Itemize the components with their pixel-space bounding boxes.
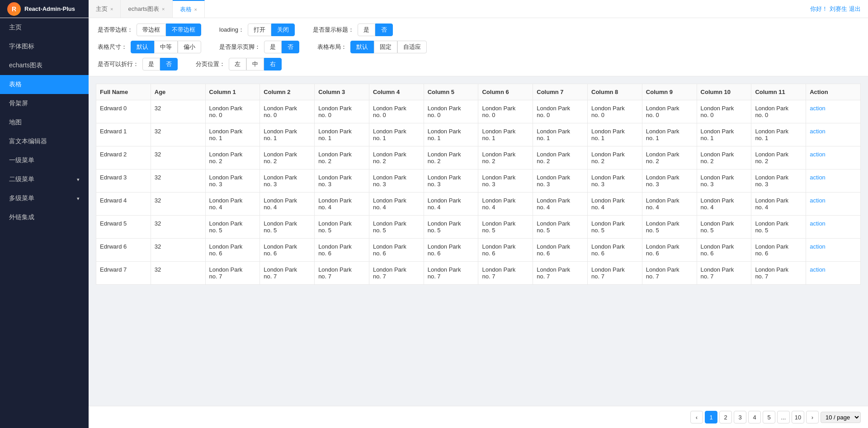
cell-col-4: London Park no. 1 (369, 123, 424, 146)
sidebar-item-二级菜单[interactable]: 二级菜单▾ (0, 170, 89, 189)
foldable-btn-no[interactable]: 否 (160, 58, 178, 71)
table-header-column-5: Column 5 (424, 84, 478, 100)
border-btn-with[interactable]: 带边框 (137, 24, 166, 36)
action-link[interactable]: action (810, 174, 826, 181)
loading-btn-close[interactable]: 关闭 (271, 24, 295, 36)
sidebar-item-地图[interactable]: 地图 (0, 113, 89, 132)
pagination-page-3[interactable]: 3 (734, 411, 746, 423)
pagination-page-4[interactable]: 4 (748, 411, 761, 423)
cell-col-4: London Park no. 3 (369, 169, 424, 193)
logout-link[interactable]: 退出 (849, 5, 861, 13)
show-footer-btn-no[interactable]: 否 (282, 41, 299, 53)
pagination-pos-left[interactable]: 左 (229, 58, 246, 71)
layout-label: 表格布局： (317, 43, 347, 51)
tab-label: 主页 (96, 5, 108, 13)
table-header-age: Age (151, 84, 205, 100)
tab-close-icon[interactable]: × (110, 6, 113, 12)
sidebar-item-一级菜单[interactable]: 一级菜单 (0, 151, 89, 170)
show-title-btn-group: 是 否 (358, 24, 393, 36)
table-row: Edrward 632London Park no. 6London Park … (96, 239, 861, 262)
loading-control: loading： 打开 关闭 (219, 24, 295, 36)
sidebar-item-主页[interactable]: 主页 (0, 18, 89, 37)
cell-age: 32 (151, 100, 205, 123)
cell-col-11: London Park no. 4 (751, 193, 806, 216)
sidebar-item-表格[interactable]: 表格 (0, 75, 89, 94)
page-size-select[interactable]: 10 / page (821, 412, 861, 423)
pagination-next[interactable]: › (806, 411, 819, 423)
pagination-page-...[interactable]: ... (777, 411, 790, 423)
pagination-pos-btn-group: 左 中 右 (229, 58, 282, 71)
pagination-page-5[interactable]: 5 (763, 411, 775, 423)
cell-col-8: London Park no. 1 (588, 123, 642, 146)
sidebar-item-label: echarts图表 (9, 61, 42, 70)
cell-col-4: London Park no. 7 (369, 262, 424, 285)
loading-btn-open[interactable]: 打开 (248, 24, 271, 36)
cell-col-10: London Park no. 6 (697, 239, 751, 262)
pagination-page-10[interactable]: 10 (792, 411, 804, 423)
pagination-prev[interactable]: ‹ (690, 411, 703, 423)
pagination-pos-center[interactable]: 中 (246, 58, 264, 71)
table-header-column-2: Column 2 (260, 84, 315, 100)
username-link[interactable]: 刘赛生 (830, 5, 847, 13)
cell-fullname: Edrward 2 (96, 146, 151, 169)
sidebar-item-富文本编辑器[interactable]: 富文本编辑器 (0, 132, 89, 151)
action-link[interactable]: action (810, 220, 826, 227)
pagination-page-1[interactable]: 1 (705, 411, 717, 423)
action-link[interactable]: action (810, 266, 826, 273)
sidebar-item-label: 骨架屏 (9, 99, 28, 108)
sidebar-item-echarts图表[interactable]: echarts图表 (0, 56, 89, 75)
cell-col-3: London Park no. 0 (315, 100, 369, 123)
table-header-column-3: Column 3 (315, 84, 369, 100)
tab-echarts图表[interactable]: echarts图表× (121, 0, 172, 18)
cell-fullname: Edrward 3 (96, 169, 151, 193)
tab-close-icon[interactable]: × (162, 6, 165, 12)
sidebar-item-骨架屏[interactable]: 骨架屏 (0, 94, 89, 113)
layout-btn-adaptive[interactable]: 自适应 (397, 41, 427, 53)
table-header-action: Action (806, 84, 861, 100)
tabs-area: 主页×echarts图表×表格× (89, 0, 205, 18)
cell-col-8: London Park no. 4 (588, 193, 642, 216)
sidebar-item-字体图标[interactable]: 字体图标 (0, 37, 89, 56)
loading-btn-group: 打开 关闭 (248, 24, 295, 36)
action-link[interactable]: action (810, 105, 826, 112)
action-link[interactable]: action (810, 151, 826, 158)
show-footer-btn-group: 是 否 (264, 41, 299, 53)
cell-col-7: London Park no. 5 (533, 216, 588, 239)
size-btn-small[interactable]: 偏小 (178, 41, 201, 53)
cell-col-5: London Park no. 3 (424, 169, 478, 193)
cell-col-1: London Park no. 5 (205, 216, 260, 239)
cell-col-2: London Park no. 0 (260, 100, 315, 123)
data-table: Full NameAgeColumn 1Column 2Column 3Colu… (96, 84, 861, 285)
layout-btn-default[interactable]: 默认 (350, 41, 374, 53)
size-btn-default[interactable]: 默认 (131, 41, 154, 53)
action-link[interactable]: action (810, 243, 826, 250)
cell-col-10: London Park no. 2 (697, 146, 751, 169)
tab-close-icon[interactable]: × (194, 7, 197, 12)
pagination-pos-right[interactable]: 右 (264, 58, 282, 71)
cell-col-11: London Park no. 1 (751, 123, 806, 146)
size-btn-medium[interactable]: 中等 (154, 41, 178, 53)
show-footer-btn-yes[interactable]: 是 (264, 41, 282, 53)
action-link[interactable]: action (810, 128, 826, 135)
cell-col-5: London Park no. 1 (424, 123, 478, 146)
pagination-page-2[interactable]: 2 (719, 411, 732, 423)
cell-col-3: London Park no. 4 (315, 193, 369, 216)
sidebar-item-多级菜单[interactable]: 多级菜单▾ (0, 189, 89, 208)
cell-col-9: London Park no. 5 (642, 216, 697, 239)
sidebar-item-label: 表格 (9, 80, 22, 89)
sidebar-item-外链集成[interactable]: 外链集成 (0, 208, 89, 227)
pagination: ‹12345...10›10 / page (89, 406, 868, 428)
show-title-btn-no[interactable]: 否 (375, 24, 393, 36)
action-link[interactable]: action (810, 197, 826, 204)
cell-col-3: London Park no. 5 (315, 216, 369, 239)
foldable-btn-yes[interactable]: 是 (142, 58, 160, 71)
cell-col-2: London Park no. 3 (260, 169, 315, 193)
tab-主页[interactable]: 主页× (89, 0, 121, 18)
show-title-btn-yes[interactable]: 是 (358, 24, 375, 36)
cell-age: 32 (151, 239, 205, 262)
cell-col-6: London Park no. 5 (478, 216, 533, 239)
border-btn-without[interactable]: 不带边框 (166, 24, 201, 36)
layout-btn-fixed[interactable]: 固定 (374, 41, 397, 53)
tab-表格[interactable]: 表格× (173, 0, 205, 18)
cell-col-8: London Park no. 0 (588, 100, 642, 123)
